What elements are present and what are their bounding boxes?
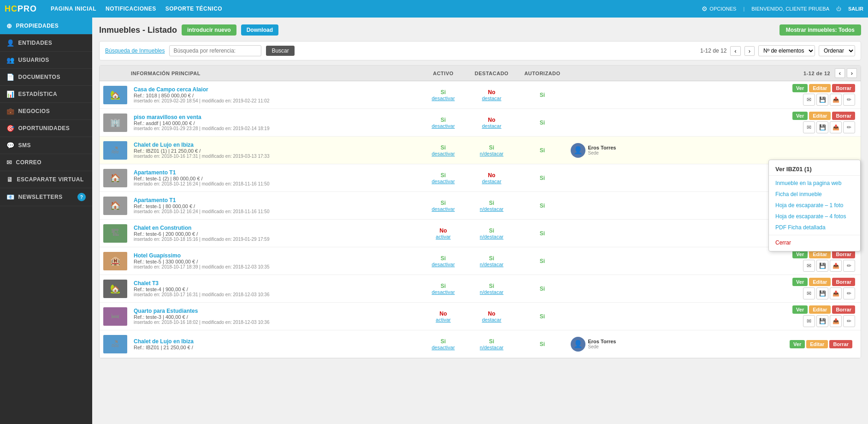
property-title[interactable]: Hotel Guapíssimo: [134, 252, 181, 259]
sidebar-item-propiedades[interactable]: ⊕ PROPIEDADES: [0, 18, 92, 35]
share-icon-button[interactable]: 📤: [830, 260, 842, 272]
share-icon-button[interactable]: 📤: [830, 287, 842, 299]
sidebar-item-documentos[interactable]: 📄 DOCUMENTOS: [0, 69, 92, 86]
property-title[interactable]: Apartamento T1: [134, 197, 176, 203]
destacado-toggle[interactable]: n/destacar: [466, 151, 517, 156]
destacado-toggle[interactable]: n/destacar: [466, 234, 517, 239]
email-icon-button[interactable]: ✉: [803, 287, 815, 299]
destacado-toggle[interactable]: destacar: [466, 96, 517, 101]
activo-toggle[interactable]: desactivar: [420, 262, 466, 267]
editar-button[interactable]: Editar: [806, 340, 828, 348]
ver-button[interactable]: Ver: [792, 305, 808, 314]
edit-icon-button[interactable]: ✏: [843, 260, 855, 272]
activo-toggle[interactable]: activar: [420, 317, 466, 322]
sidebar-item-oportunidades[interactable]: 🎯 OPORTUNIDADES: [0, 120, 92, 137]
sidebar-item-sms[interactable]: 💬 SMS: [0, 137, 92, 154]
borrar-button[interactable]: Borrar: [832, 84, 855, 92]
ver-button[interactable]: Ver: [790, 340, 805, 348]
activo-toggle[interactable]: desactivar: [420, 345, 466, 350]
activo-toggle[interactable]: desactivar: [420, 289, 466, 295]
dropdown-link-cerrar[interactable]: Cerrar: [769, 237, 860, 248]
activo-toggle[interactable]: desactivar: [420, 96, 466, 101]
destacado-toggle[interactable]: n/destacar: [466, 345, 517, 350]
sidebar-item-correo[interactable]: ✉ CORREO: [0, 154, 92, 171]
ver-button[interactable]: Ver: [792, 84, 808, 92]
email-icon-button[interactable]: ✉: [803, 315, 815, 327]
save-icon-button[interactable]: 💾: [816, 121, 828, 133]
borrar-button[interactable]: Borrar: [829, 340, 852, 348]
dropdown-link-ficha[interactable]: Ficha del inmueble: [769, 189, 860, 200]
email-icon-button[interactable]: ✉: [803, 121, 815, 133]
table-prev-button[interactable]: ‹: [835, 68, 845, 78]
sidebar-item-newsletters[interactable]: 📧 NEWSLETTERS ?: [0, 188, 92, 206]
pagination-next-button[interactable]: ›: [744, 46, 755, 56]
activo-toggle[interactable]: desactivar: [420, 179, 466, 184]
options-button[interactable]: ⚙ OPCIONES: [702, 5, 736, 12]
editar-button[interactable]: Editar: [809, 84, 831, 92]
sidebar-item-entidades[interactable]: 👤 ENTIDADES: [0, 35, 92, 52]
activo-toggle[interactable]: desactivar: [420, 123, 466, 129]
property-title[interactable]: Chalet de Lujo en Ibiza: [134, 142, 194, 148]
property-title[interactable]: Apartamento T1: [134, 169, 176, 176]
sidebar-item-negocios[interactable]: 💼 NEGOCIOS: [0, 103, 92, 120]
nav-pagina-inicial[interactable]: PAGINA INICIAL: [51, 6, 96, 12]
ver-button[interactable]: Ver: [792, 112, 808, 120]
elements-select[interactable]: Nº de elementos: [758, 45, 815, 56]
borrar-button[interactable]: Borrar: [832, 305, 855, 314]
activo-toggle[interactable]: desactivar: [420, 151, 466, 156]
property-title[interactable]: piso maravilloso en venta: [134, 114, 201, 120]
sidebar-item-estadistica[interactable]: 📊 ESTADÍSTICA: [0, 86, 92, 103]
share-icon-button[interactable]: 📤: [830, 121, 842, 133]
property-title[interactable]: Quarto para Estudiantes: [134, 308, 198, 314]
editar-button[interactable]: Editar: [809, 305, 831, 314]
activo-toggle[interactable]: activar: [420, 234, 466, 239]
save-icon-button[interactable]: 💾: [816, 315, 828, 327]
borrar-button[interactable]: Borrar: [832, 278, 855, 286]
destacado-toggle[interactable]: destacar: [466, 317, 517, 322]
share-icon-button[interactable]: 📤: [830, 315, 842, 327]
property-title[interactable]: Casa de Campo cerca Alaior: [134, 86, 208, 93]
nav-notificaciones[interactable]: NOTIFICACIONES: [106, 6, 156, 12]
destacado-toggle[interactable]: destacar: [466, 123, 517, 129]
property-title[interactable]: Chalet T3: [134, 280, 159, 287]
email-icon-button[interactable]: ✉: [803, 94, 815, 106]
dropdown-link-pdf[interactable]: PDF Ficha detallada: [769, 222, 860, 233]
save-icon-button[interactable]: 💾: [816, 260, 828, 272]
order-select[interactable]: Ordenar: [819, 45, 855, 56]
busqueda-inmuebles-link[interactable]: Búsqueda de Inmuebles: [105, 48, 165, 54]
ver-button[interactable]: Ver: [792, 278, 808, 286]
save-icon-button[interactable]: 💾: [816, 94, 828, 106]
sidebar-item-usuarios[interactable]: 👥 USUARIOS: [0, 52, 92, 69]
save-icon-button[interactable]: 💾: [816, 287, 828, 299]
table-row: 🛏 Quarto para Estudiantes Ref.: teste-3 …: [100, 303, 861, 330]
edit-icon-button[interactable]: ✏: [843, 315, 855, 327]
buscar-button[interactable]: Buscar: [266, 46, 294, 56]
destacado-toggle[interactable]: n/destacar: [466, 206, 517, 212]
editar-button[interactable]: Editar: [809, 112, 831, 120]
property-title[interactable]: Chalet en Constrution: [134, 225, 191, 231]
table-next-button[interactable]: ›: [847, 68, 857, 78]
sidebar-item-escaparate[interactable]: 🖥 ESCAPARATE VIRTUAL: [0, 171, 92, 188]
nav-soporte[interactable]: SOPORTE TÉCNICO: [165, 6, 223, 12]
destacado-toggle[interactable]: n/destacar: [466, 289, 517, 295]
activo-toggle[interactable]: desactivar: [420, 206, 466, 212]
property-title[interactable]: Chalet de Lujo en Ibiza: [134, 338, 194, 345]
search-input[interactable]: [169, 45, 261, 56]
pagination-prev-button[interactable]: ‹: [730, 46, 740, 56]
destacado-toggle[interactable]: destacar: [466, 179, 517, 184]
destacado-toggle[interactable]: n/destacar: [466, 262, 517, 267]
dropdown-link-web[interactable]: Inmueble en la pagina web: [769, 178, 860, 189]
email-icon-button[interactable]: ✉: [803, 260, 815, 272]
download-button[interactable]: Download: [241, 24, 278, 36]
introducir-nuevo-button[interactable]: introducir nuevo: [182, 24, 236, 36]
salir-button[interactable]: SALIR: [848, 6, 863, 12]
edit-icon-button[interactable]: ✏: [843, 94, 855, 106]
editar-button[interactable]: Editar: [809, 278, 831, 286]
share-icon-button[interactable]: 📤: [830, 94, 842, 106]
edit-icon-button[interactable]: ✏: [843, 287, 855, 299]
edit-icon-button[interactable]: ✏: [843, 121, 855, 133]
borrar-button[interactable]: Borrar: [832, 112, 855, 120]
mostrar-inmuebles-button[interactable]: Mostrar inmuebles: Todos: [779, 24, 861, 36]
dropdown-link-hoja4[interactable]: Hoja de escaparate – 4 fotos: [769, 211, 860, 222]
dropdown-link-hoja1[interactable]: Hoja de escaparate – 1 foto: [769, 200, 860, 211]
